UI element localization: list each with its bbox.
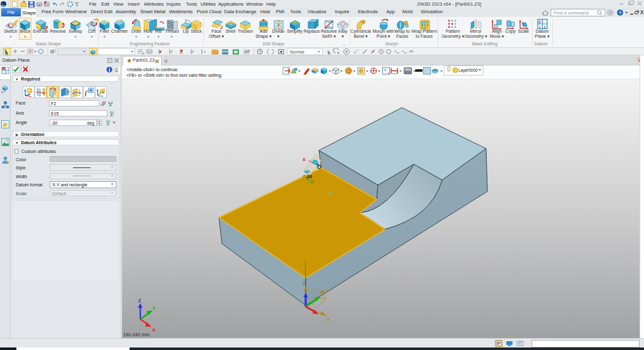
svg-text:X: X (303, 157, 306, 162)
svg-text:Y: Y (306, 177, 308, 181)
svg-text:Layer0000: Layer0000 (458, 68, 478, 73)
svg-text:?: ? (619, 10, 622, 16)
svg-text:Z: Z (303, 281, 306, 285)
svg-text:Normal: Normal (290, 50, 304, 54)
svg-text:Z: Z (138, 298, 142, 303)
svg-text:+: + (38, 3, 41, 7)
svg-text:X: X (327, 317, 330, 322)
svg-text:X: X (152, 327, 156, 333)
svg-text:191.042 mm: 191.042 mm (123, 332, 150, 337)
svg-text:Y: Y (152, 305, 156, 311)
svg-text:Find a command: Find a command (553, 10, 589, 16)
svg-text:Y: Y (326, 288, 330, 293)
